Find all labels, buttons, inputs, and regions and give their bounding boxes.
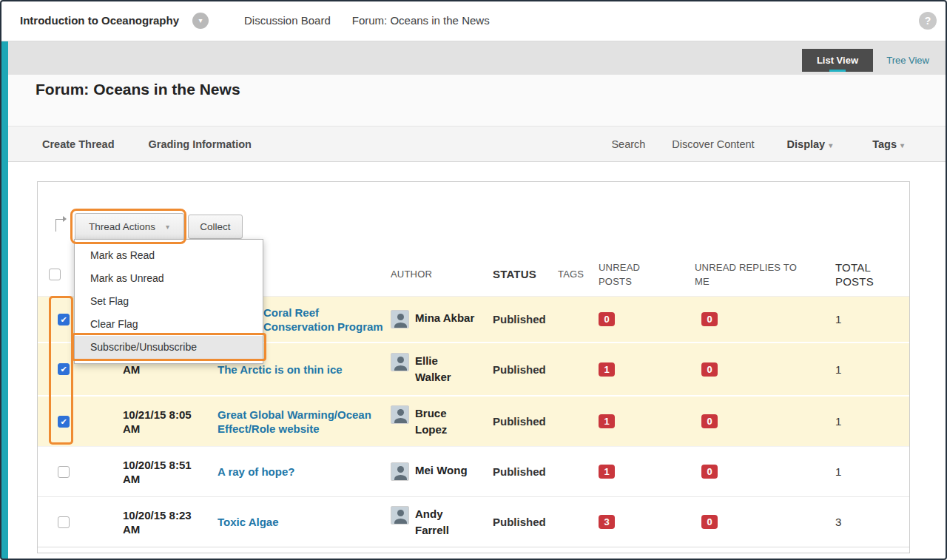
status-text: Published (493, 363, 558, 376)
page-title: Forum: Oceans in the News (36, 81, 240, 98)
row-checkbox[interactable]: ✔ (58, 314, 70, 325)
reorder-arrow-icon (55, 219, 65, 232)
thread-link[interactable]: A ray of hope? (218, 465, 391, 479)
header-status: STATUS (493, 267, 558, 281)
left-accent-stripe (1, 41, 8, 559)
select-all-checkbox[interactable] (49, 269, 61, 280)
menu-item-mark-as-read[interactable]: Mark as Read (75, 244, 263, 267)
unread-replies-badge[interactable]: 0 (701, 414, 718, 428)
search-button[interactable]: Search (611, 138, 645, 150)
collect-button[interactable]: Collect (188, 215, 243, 239)
thread-author: EllieWalker (391, 353, 493, 385)
header-author: AUTHOR (391, 267, 493, 281)
thread-list-card: Thread Actions▾ Collect AUTHOR STATUS TA… (37, 181, 910, 553)
header-total-posts: TOTALPOSTS (832, 260, 909, 289)
row-checkbox[interactable]: ✔ (58, 416, 70, 428)
chevron-down-icon: ▾ (900, 141, 904, 149)
menu-item-subscribe-unsubscribe[interactable]: Subscribe/Unsubscribe (75, 336, 263, 359)
thread-date: 10/20/15 8:23AM (123, 508, 218, 536)
header-unread-replies: UNREAD REPLIES TOME (695, 260, 832, 289)
breadcrumb-forum: Forum: Oceans in the News (352, 14, 490, 27)
header-tags: TAGS (558, 267, 599, 281)
thread-link[interactable]: Great Global Warming/OceanEffect/Role we… (218, 408, 391, 436)
status-text: Published (493, 516, 558, 528)
menu-item-mark-as-unread[interactable]: Mark as Unread (75, 267, 263, 290)
unread-replies-badge[interactable]: 0 (701, 465, 718, 479)
thread-author: Mei Wong (391, 462, 493, 481)
menu-item-clear-flag[interactable]: Clear Flag (75, 313, 263, 336)
status-text: Published (493, 415, 558, 428)
row-checkbox[interactable]: ✔ (58, 363, 70, 375)
thread-date: AM (123, 362, 218, 377)
unread-posts-badge[interactable]: 0 (599, 312, 615, 326)
view-switcher-band: List View Tree View (8, 41, 946, 75)
row-checkbox[interactable] (58, 466, 70, 478)
table-row: 10/20/15 8:23AM Toxic Algae AndyFarrell … (38, 497, 909, 547)
thread-actions-menu: Mark as Read Mark as Unread Set Flag Cle… (74, 239, 263, 364)
unread-posts-badge[interactable]: 1 (599, 414, 615, 428)
header-unread-posts: UNREADPOSTS (599, 260, 695, 289)
total-posts: 1 (832, 363, 909, 376)
author-avatar (391, 506, 409, 524)
thread-date: 10/20/15 8:51AM (123, 458, 218, 486)
unread-posts-badge[interactable]: 3 (599, 515, 615, 529)
help-icon[interactable]: ? (919, 12, 937, 30)
display-menu-button[interactable]: Display▾ (787, 138, 833, 150)
unread-posts-badge[interactable]: 1 (599, 465, 615, 479)
thread-author: BruceLopez (391, 405, 493, 438)
unread-replies-badge[interactable]: 0 (701, 515, 718, 529)
author-avatar (391, 353, 409, 371)
action-bar: Create Thread Grading Information Search… (8, 126, 946, 162)
thread-link[interactable]: Coral ReefConservation Program (263, 306, 391, 334)
total-posts: 3 (832, 516, 909, 528)
unread-replies-badge[interactable]: 0 (701, 362, 718, 377)
author-avatar (391, 310, 409, 328)
chevron-down-icon: ▾ (166, 223, 169, 231)
unread-posts-badge[interactable]: 1 (599, 362, 615, 377)
thread-link[interactable]: The Arctic is on thin ice (218, 362, 391, 377)
menu-item-set-flag[interactable]: Set Flag (75, 290, 263, 313)
check-icon: ✔ (58, 314, 69, 325)
check-icon: ✔ (58, 364, 69, 374)
table-row: ✔ 10/21/15 8:05AM Great Global Warming/O… (38, 397, 909, 447)
top-navigation-bar: Introduction to Oceanography ▾ Discussio… (0, 0, 947, 41)
author-avatar (391, 405, 409, 424)
total-posts: 1 (832, 313, 909, 325)
status-text: Published (493, 313, 558, 325)
row-checkbox[interactable] (58, 516, 70, 528)
grading-information-button[interactable]: Grading Information (149, 138, 252, 150)
create-thread-button[interactable]: Create Thread (42, 138, 115, 150)
tab-tree-view[interactable]: Tree View (886, 49, 929, 72)
course-menu-chevron-icon[interactable]: ▾ (192, 13, 209, 29)
thread-author: Mina Akbar (391, 310, 493, 328)
course-title[interactable]: Introduction to Oceanography (20, 14, 179, 27)
thread-author: AndyFarrell (391, 506, 493, 539)
chevron-down-icon: ▾ (829, 141, 832, 149)
discover-content-button[interactable]: Discover Content (672, 138, 754, 150)
table-row: 10/20/15 8:51AM A ray of hope? Mei Wong … (38, 447, 909, 497)
status-text: Published (493, 465, 558, 478)
breadcrumb-discussion-board[interactable]: Discussion Board (244, 14, 331, 27)
author-avatar (391, 462, 409, 481)
thread-actions-button[interactable]: Thread Actions▾ (75, 213, 184, 240)
tags-menu-button[interactable]: Tags▾ (872, 138, 904, 150)
thread-link[interactable]: Toxic Algae (218, 515, 391, 529)
unread-replies-badge[interactable]: 0 (701, 312, 718, 326)
tab-list-view[interactable]: List View (802, 49, 873, 72)
title-band: Forum: Oceans in the News (8, 75, 946, 126)
total-posts: 1 (832, 415, 909, 428)
check-icon: ✔ (58, 416, 69, 427)
total-posts: 1 (832, 465, 909, 478)
thread-date: 10/21/15 8:05AM (123, 408, 218, 436)
